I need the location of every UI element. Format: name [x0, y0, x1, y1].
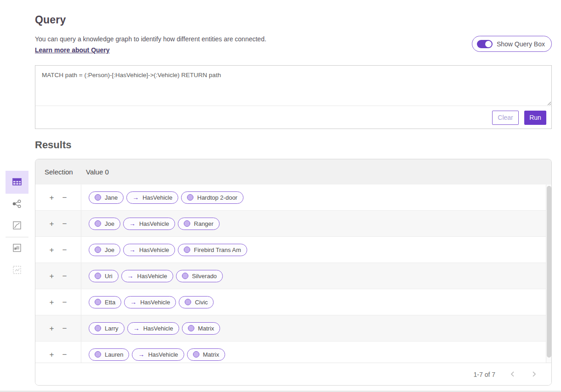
chevron-right-icon	[531, 371, 537, 379]
query-page: Query You can query a knowledge graph to…	[0, 0, 561, 392]
selection-cell: + −	[35, 315, 81, 341]
remove-path-button[interactable]: −	[61, 245, 68, 255]
node-icon	[184, 246, 190, 253]
add-path-button[interactable]: +	[48, 271, 56, 281]
sidebar-item-graph-view[interactable]	[8, 198, 26, 211]
column-header-value0: Value 0	[81, 168, 109, 176]
node-pill[interactable]: Matrix	[182, 322, 220, 335]
node-icon	[184, 220, 190, 227]
widget-view-icon	[12, 265, 22, 276]
node-pill[interactable]: Ranger	[178, 218, 220, 230]
pill-label: Etta	[105, 299, 115, 306]
add-path-button[interactable]: +	[48, 219, 56, 229]
edge-arrow-icon: →	[129, 246, 136, 253]
pill-label: Matrix	[198, 325, 214, 332]
sidebar-item-chart-view[interactable]	[8, 220, 26, 232]
column-header-selection: Selection	[35, 168, 81, 176]
table-row: + − Joe→HasVehicleFirebird Trans Am	[35, 237, 551, 263]
add-path-button[interactable]: +	[48, 193, 56, 202]
node-icon	[95, 273, 101, 279]
selection-cell: + −	[35, 211, 81, 236]
previous-page-button[interactable]	[509, 370, 516, 380]
query-panel-footer: Clear Run	[35, 106, 551, 129]
value-cell: Etta→HasVehicleCivic	[81, 289, 551, 315]
edge-pill[interactable]: →HasVehicle	[124, 296, 176, 308]
table-footer: 1-7 of 7	[35, 363, 551, 386]
table-body: + − Jane→HasVehicleHardtop 2-door + − Jo…	[35, 185, 551, 363]
node-pill[interactable]: Jane	[89, 191, 124, 204]
query-panel: MATCH path = (:Person)-[:HasVehicle]->(:…	[35, 65, 552, 129]
pill-label: Hardtop 2-door	[197, 194, 237, 201]
node-icon	[95, 351, 101, 358]
pill-label: Uri	[105, 273, 113, 280]
node-pill[interactable]: Larry	[89, 322, 125, 335]
value-cell: Lauren→HasVehicleMatrix	[81, 342, 551, 363]
pill-label: HasVehicle	[140, 299, 170, 306]
selection-cell: + −	[35, 263, 81, 289]
next-page-button[interactable]	[530, 370, 538, 380]
add-path-button[interactable]: +	[48, 245, 56, 255]
table-row: + − Joe→HasVehicleRanger	[35, 211, 551, 237]
query-editor[interactable]: MATCH path = (:Person)-[:HasVehicle]->(:…	[35, 66, 551, 106]
edge-arrow-icon: →	[129, 220, 136, 227]
pill-label: HasVehicle	[142, 194, 172, 201]
edge-pill[interactable]: →HasVehicle	[121, 270, 173, 282]
value-cell: Larry→HasVehicleMatrix	[81, 315, 551, 341]
node-pill[interactable]: Hardtop 2-door	[181, 191, 243, 204]
query-description: You can query a knowledge graph to ident…	[35, 35, 266, 43]
node-pill[interactable]: Joe	[89, 218, 120, 230]
pill-label: Lauren	[105, 351, 123, 358]
clear-button[interactable]: Clear	[492, 111, 519, 125]
add-path-button[interactable]: +	[48, 324, 56, 333]
map-view-icon	[12, 243, 22, 254]
edge-pill[interactable]: →HasVehicle	[123, 244, 175, 256]
show-query-box-toggle[interactable]: Show Query Box	[472, 36, 552, 52]
edge-pill[interactable]: →HasVehicle	[123, 218, 175, 230]
node-pill[interactable]: Civic	[179, 296, 214, 308]
sidebar-item-table-view[interactable]	[6, 171, 28, 194]
pill-label: Larry	[105, 325, 119, 332]
scrollbar-thumb[interactable]	[547, 186, 551, 358]
sidebar-item-widget-view[interactable]	[8, 264, 26, 277]
remove-path-button[interactable]: −	[61, 219, 68, 229]
remove-path-button[interactable]: −	[61, 271, 68, 281]
table-row: + − Larry→HasVehicleMatrix	[35, 315, 551, 342]
edge-pill[interactable]: →HasVehicle	[127, 322, 179, 335]
learn-more-link[interactable]: Learn more about Query	[35, 46, 110, 54]
toggle-label: Show Query Box	[497, 40, 545, 48]
sidebar-item-map-view[interactable]	[8, 242, 26, 255]
edge-pill[interactable]: →HasVehicle	[132, 348, 184, 361]
node-pill[interactable]: Firebird Trans Am	[178, 244, 247, 256]
pagination-range: 1-7 of 7	[474, 371, 495, 378]
pill-label: HasVehicle	[143, 325, 173, 332]
run-button[interactable]: Run	[524, 111, 546, 125]
pill-label: Silverado	[192, 273, 217, 280]
selection-cell: + −	[35, 342, 81, 363]
pill-label: HasVehicle	[139, 246, 169, 253]
selection-cell: + −	[35, 289, 81, 315]
remove-path-button[interactable]: −	[61, 193, 68, 202]
pill-label: HasVehicle	[137, 273, 167, 280]
scrollbar-track[interactable]	[546, 185, 551, 363]
node-pill[interactable]: Joe	[89, 244, 120, 256]
results-table: Selection Value 0 + − Jane→HasVehicleHar…	[35, 159, 552, 386]
table-row: + − Lauren→HasVehicleMatrix	[35, 342, 551, 363]
node-pill[interactable]: Silverado	[176, 270, 223, 282]
selection-cell: + −	[35, 237, 81, 263]
node-pill[interactable]: Etta	[89, 296, 121, 308]
edge-arrow-icon: →	[130, 299, 136, 305]
node-icon	[95, 325, 101, 331]
remove-path-button[interactable]: −	[61, 324, 68, 333]
node-icon	[182, 273, 188, 279]
pill-label: Ranger	[194, 220, 214, 227]
remove-path-button[interactable]: −	[61, 297, 68, 307]
add-path-button[interactable]: +	[48, 297, 56, 307]
add-path-button[interactable]: +	[48, 350, 56, 359]
edge-arrow-icon: →	[127, 273, 134, 279]
edge-pill[interactable]: →HasVehicle	[126, 191, 178, 204]
pill-label: Jane	[105, 194, 118, 201]
node-pill[interactable]: Uri	[89, 270, 119, 282]
node-pill[interactable]: Lauren	[89, 348, 129, 361]
node-pill[interactable]: Matrix	[187, 348, 225, 361]
remove-path-button[interactable]: −	[61, 350, 68, 359]
